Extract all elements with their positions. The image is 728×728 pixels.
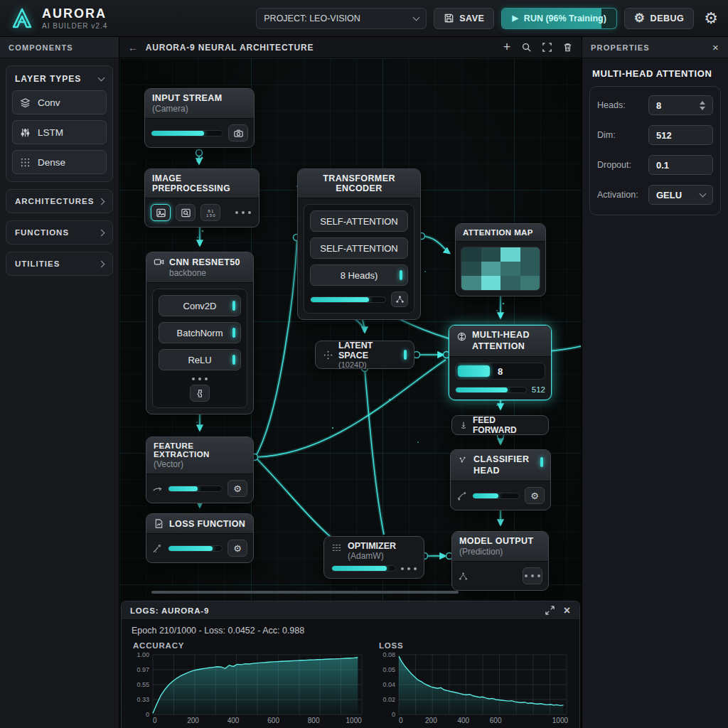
heads-field[interactable]: 8 [648, 95, 713, 115]
network-output-icon [458, 571, 469, 582]
node-subtitle: (Prediction) [459, 547, 541, 557]
gear-icon: ⚙ [233, 544, 242, 553]
properties-panel: PROPERTIES × MULTI-HEAD ATTENTION Heads:… [582, 37, 728, 728]
self-attention-pill[interactable]: SELF-ATTENTION [310, 210, 408, 232]
save-button[interactable]: SAVE [434, 8, 494, 29]
svg-text:0: 0 [146, 711, 149, 718]
properties-group: Heads: 8 Dim: 512 Dropout: 0.1 Activatio… [589, 86, 721, 215]
expand-icon[interactable] [545, 605, 555, 616]
project-select-value: PROJECT: LEO-VISION [264, 14, 360, 23]
node-loss-function[interactable]: LOSS FUNCTION ⚙ [146, 513, 254, 563]
node-optimizer[interactable]: OPTIMIZER (AdamW) [323, 536, 424, 579]
layer-pill-relu[interactable]: ReLU [159, 349, 241, 370]
self-attention-pill[interactable]: SELF-ATTENTION [310, 237, 408, 259]
heatmap-cell [481, 247, 501, 262]
node-feature-extraction[interactable]: FEATURE EXTRACTION (Vector) ⚙ [146, 437, 254, 503]
back-arrow-icon[interactable]: ← [128, 42, 139, 53]
close-icon[interactable]: × [712, 41, 719, 53]
heads-value-box[interactable]: 8 [455, 363, 545, 380]
more-ellipsis[interactable] [401, 567, 417, 570]
trash-icon[interactable] [562, 42, 573, 53]
heads-pill[interactable]: 8 Heads) [310, 264, 408, 286]
node-model-output[interactable]: MODEL OUTPUT (Prediction) [451, 531, 549, 591]
progress-bar [168, 486, 223, 492]
node-canvas[interactable]: INPUT STREAM (Camera) IMAGE PREPROCESSIN… [119, 58, 582, 728]
active-indicator [232, 328, 235, 338]
heatmap-cell [500, 262, 520, 276]
sidebar-section-utilities[interactable]: UTILITIES [6, 252, 113, 276]
layer-types-group: LAYER TYPES Conv LSTM Dense [6, 65, 113, 182]
node-classifier-head[interactable]: CLASSIFIER HEAD ⚙ [450, 449, 551, 510]
settings-gear-icon[interactable]: ⚙ [704, 9, 718, 28]
node-title: INPUT STREAM [152, 93, 247, 103]
expand-layers-button[interactable] [190, 385, 210, 402]
properties-title: PROPERTIES [591, 43, 650, 52]
field-label: Dropout: [597, 160, 648, 170]
image-inspect-button[interactable] [176, 204, 196, 221]
tune-lines-icon [331, 542, 342, 553]
debug-button[interactable]: ⚙ DEBUG [624, 8, 694, 29]
node-transformer-encoder[interactable]: TRANSFORMER ENCODER SELF-ATTENTION SELF-… [297, 168, 421, 320]
node-title: OPTIMIZER [348, 541, 396, 551]
sidebar-item-lstm[interactable]: LSTM [12, 120, 107, 144]
add-node-icon[interactable]: + [503, 40, 511, 55]
camera-button[interactable] [228, 124, 248, 141]
node-multi-head-attention[interactable]: MULTI-HEAD ATTENTION 8 512 [449, 325, 552, 400]
sidebar-header: COMPONENTS [0, 37, 119, 58]
layers-icon [20, 97, 31, 108]
node-attention-map[interactable]: ATTENTION MAP [455, 223, 546, 296]
layer-types-toggle[interactable]: LAYER TYPES [12, 72, 107, 90]
fit-view-icon[interactable] [542, 42, 552, 53]
graph-button[interactable] [391, 291, 408, 307]
aurora-logo-icon [10, 6, 34, 31]
node-feed-forward[interactable]: FEED FORWARD [451, 415, 549, 435]
svg-text:8 1: 8 1 [208, 208, 213, 213]
more-button[interactable] [233, 204, 253, 221]
canvas-horizontal-scrollbar[interactable] [151, 591, 459, 594]
dim-field[interactable]: 512 [648, 125, 713, 145]
normalize-button[interactable]: 8 1 1 5 0 [200, 204, 220, 221]
svg-text:0.97: 0.97 [136, 666, 149, 673]
node-title: CNN RESNET50 [154, 257, 246, 267]
sidebar-section-functions[interactable]: FUNCTIONS [6, 220, 113, 245]
node-latent-space[interactable]: LATENT SPACE (1024D) [315, 341, 414, 369]
sidebar-item-dense[interactable]: Dense [12, 150, 107, 174]
chevron-down-icon [700, 191, 707, 198]
loss-curve-icon [152, 543, 163, 554]
activation-select[interactable]: GELU [648, 185, 713, 205]
svg-text:0.55: 0.55 [136, 681, 149, 688]
project-select[interactable]: PROJECT: LEO-VISION [256, 8, 427, 29]
node-subtitle: backbone [169, 268, 246, 278]
chart-title: LOSS [378, 640, 571, 651]
play-icon: ▶ [512, 14, 518, 23]
scatter-curve-icon [456, 491, 467, 501]
components-sidebar: COMPONENTS LAYER TYPES Conv LSTM D [0, 37, 119, 728]
node-image-preprocessing[interactable]: IMAGE PREPROCESSING 8 1 1 5 0 [144, 168, 259, 228]
field-label: Dim: [597, 130, 648, 140]
close-icon[interactable]: × [564, 604, 571, 617]
node-settings-button[interactable]: ⚙ [228, 540, 247, 557]
search-icon[interactable] [521, 42, 532, 53]
node-title: MODEL OUTPUT [459, 536, 541, 546]
sidebar-section-architectures[interactable]: ARCHITECTURES [6, 189, 113, 213]
layer-pill-conv2d[interactable]: Conv2D [159, 295, 241, 316]
run-button[interactable]: ▶ RUN (96% Training) [501, 8, 616, 29]
heatmap-cell [481, 276, 501, 290]
sidebar-item-conv[interactable]: Conv [12, 90, 107, 114]
image-filter-button[interactable] [151, 204, 171, 221]
more-button[interactable] [523, 567, 542, 584]
heatmap-cell [500, 247, 520, 262]
field-label: Activation: [597, 190, 648, 200]
node-input-stream[interactable]: INPUT STREAM (Camera) [144, 88, 255, 148]
app-title: AURORA [42, 6, 107, 21]
node-settings-button[interactable]: ⚙ [228, 480, 247, 497]
node-settings-button[interactable]: ⚙ [525, 487, 545, 504]
dimensions-icon [323, 350, 333, 360]
dropout-field[interactable]: 0.1 [648, 155, 713, 175]
heatmap-cell [500, 276, 520, 290]
top-bar: AURORA AI BUILDER v2.4 PROJECT: LEO-VISI… [0, 0, 728, 37]
layer-pill-batchnorm[interactable]: BatchNorm [159, 322, 241, 343]
svg-text:600: 600 [267, 717, 279, 724]
heads-stepper[interactable] [700, 101, 705, 110]
node-cnn-resnet50[interactable]: CNN RESNET50 backbone Conv2D BatchNorm R… [146, 252, 254, 414]
